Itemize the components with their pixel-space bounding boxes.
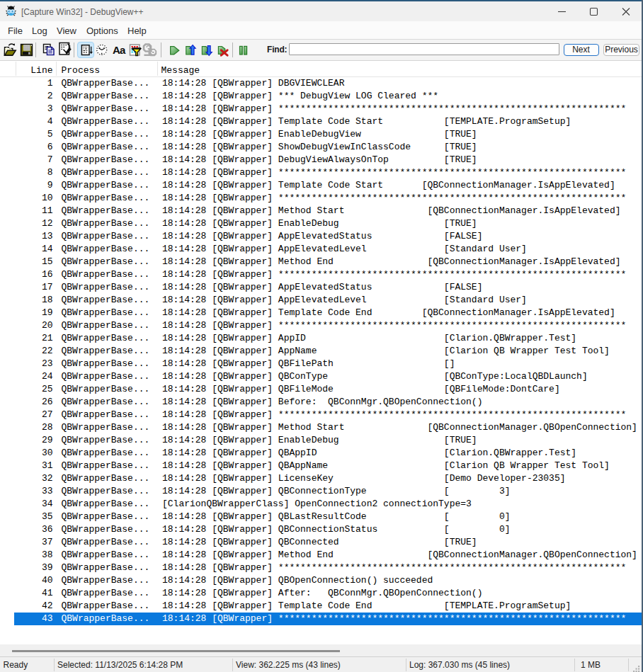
svg-text:Aa: Aa: [113, 44, 126, 56]
